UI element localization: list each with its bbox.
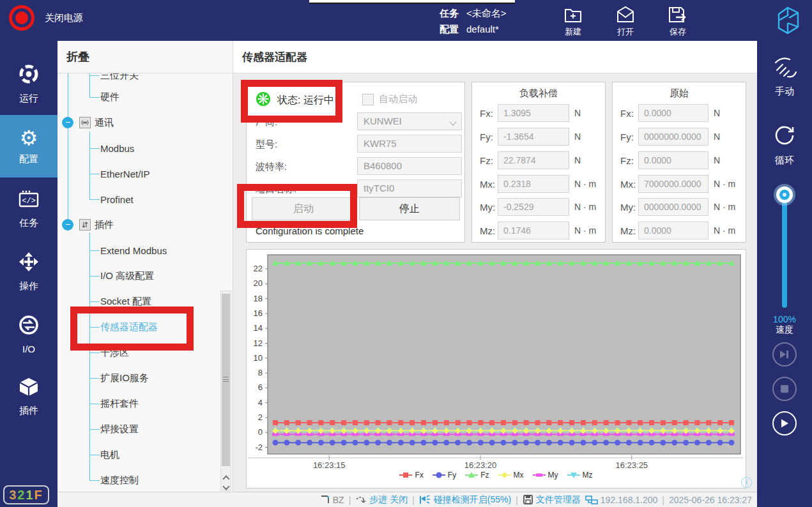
tree-item-ethernetip[interactable]: EtherNet/IP [57, 161, 217, 186]
vendor-select[interactable]: KUNWEI [357, 112, 462, 130]
step-next-button[interactable] [772, 342, 797, 367]
status-text: 状态: 运行中 [277, 94, 334, 107]
raw-fz-field[interactable]: 0.0000 [638, 151, 709, 169]
manual-mode-button[interactable]: 手动 [757, 56, 812, 98]
scrollbar-thumb[interactable] [222, 294, 230, 466]
svg-text:12: 12 [254, 338, 263, 348]
step-mode-indicator[interactable]: 步进 关闭 [355, 494, 408, 506]
svg-text:10: 10 [254, 353, 263, 363]
speed-slider[interactable] [782, 189, 787, 308]
raw-fy-field[interactable]: 0000000.0000 [638, 128, 709, 146]
info-icon[interactable]: i [741, 477, 752, 488]
port-field[interactable]: ttyTCI0 [357, 179, 462, 197]
power-button[interactable]: 关闭电源 [9, 5, 83, 31]
row-label: Fy: [480, 132, 493, 142]
nav-item-operate[interactable]: 操作 [0, 240, 57, 303]
tree-item-sensor-adapter[interactable]: 传感器适配器 [57, 314, 217, 340]
nav-item-task[interactable]: </> 任务 [0, 178, 57, 240]
nav-item-config[interactable]: ⚙ 配置 [0, 115, 57, 178]
legend-item-Mx[interactable]: Mx [498, 471, 524, 480]
tree-item-speed-control[interactable]: 速度控制 [57, 467, 217, 492]
tree-item-motor[interactable]: 电机 [57, 442, 217, 467]
new-button[interactable]: 新建 [559, 5, 587, 38]
scroll-down-icon[interactable] [222, 483, 229, 490]
save-button[interactable]: 保存 [664, 5, 692, 38]
tree-item-modbus[interactable]: Modbus [57, 135, 217, 161]
fz-value-field[interactable]: 22.7874 [498, 151, 569, 169]
unit-label: N · m [574, 225, 596, 236]
unit-label: N [574, 155, 581, 165]
collapse-minus-icon[interactable]: − [62, 219, 73, 231]
unit-label: N [714, 108, 720, 118]
row-label: Fx: [480, 108, 493, 119]
save-icon [667, 5, 689, 24]
tree-scrollbar[interactable] [220, 291, 231, 491]
legend-item-Fx[interactable]: Fx [399, 471, 423, 480]
save-label: 保存 [670, 26, 686, 38]
tree-node-plugin[interactable]: − 插件 [57, 212, 217, 238]
manual-label: 手动 [775, 86, 794, 98]
tree-item-welding[interactable]: 焊接设置 [57, 416, 217, 442]
svg-text:</>: </> [22, 197, 36, 206]
code-window-icon: </> [18, 189, 40, 212]
legend-item-Fy[interactable]: Fy [433, 471, 456, 480]
bz-indicator[interactable]: BZ [319, 494, 344, 505]
network-icon [585, 495, 598, 505]
tree-item-extend-io[interactable]: 扩展IO服务 [57, 365, 217, 391]
unit-label: N [574, 132, 581, 142]
tree-item-profinet[interactable]: Profinet [57, 186, 217, 212]
new-label: 新建 [565, 26, 581, 38]
legend-item-Fz[interactable]: Fz [465, 471, 489, 480]
baudrate-field[interactable]: B460800 [357, 157, 462, 175]
collision-detect-indicator[interactable]: 碰撞检测开启(55%) [419, 494, 511, 506]
raw-fx-field[interactable]: 0.0000 [638, 104, 709, 122]
hand-manual-icon [770, 56, 799, 82]
start-button[interactable]: 启动 [252, 197, 355, 220]
antenna-icon [79, 117, 91, 128]
model-field[interactable]: KWR75 [357, 135, 462, 153]
tree-item-joystick[interactable]: 摇杆套件 [57, 391, 217, 416]
scroll-up-icon[interactable] [222, 475, 229, 482]
tree-item-interference[interactable]: 干涉区 [57, 340, 217, 365]
open-label: 打开 [617, 26, 634, 38]
svg-text:-2: -2 [255, 443, 263, 452]
stop-button[interactable]: 停止 [359, 197, 460, 220]
nav-item-run[interactable]: 运行 [0, 52, 57, 115]
svg-text:6: 6 [258, 382, 263, 392]
nav-item-io[interactable]: I/O [0, 303, 57, 365]
brand-logo-icon [772, 5, 803, 38]
fy-value-field[interactable]: -1.3654 [498, 128, 569, 146]
network-address[interactable]: 192.168.1.200 [585, 495, 658, 505]
tree-collapse-header[interactable]: 折叠 [57, 41, 233, 73]
autostart-checkbox[interactable] [362, 94, 374, 105]
my-value-field[interactable]: -0.2529 [498, 198, 569, 216]
collapse-minus-icon[interactable]: − [62, 117, 73, 128]
unit-label: N [574, 108, 581, 118]
new-file-icon [563, 5, 583, 24]
raw-mx-field[interactable]: 7000000.0000 [638, 175, 709, 193]
svg-text:8: 8 [258, 368, 263, 377]
tree-item-extend-modbus[interactable]: Extend Modbus [57, 238, 217, 263]
open-button[interactable]: 打开 [611, 5, 640, 38]
file-manager-button[interactable]: 文件管理器 [523, 494, 581, 506]
fx-value-field[interactable]: 1.3095 [498, 104, 569, 122]
unit-label: N · m [714, 202, 735, 212]
legend-item-My[interactable]: My [533, 471, 558, 480]
legend-item-Mz[interactable]: Mz [567, 471, 593, 480]
raw-mz-field[interactable]: 0.0000 [638, 222, 709, 239]
mx-value-field[interactable]: 0.2318 [498, 175, 569, 193]
tree-node-comm[interactable]: − 通讯 [57, 110, 217, 135]
config-value[interactable]: default* [466, 21, 499, 37]
nav-item-plugin[interactable]: 插件 [0, 365, 57, 428]
tree-item-io-advanced[interactable]: I/O 高级配置 [57, 263, 217, 289]
stop-button-circle[interactable] [772, 377, 797, 401]
tree-item-hardware[interactable]: 硬件 [57, 84, 217, 110]
raw-my-field[interactable]: 0000000.0000 [638, 198, 709, 216]
speed-slider-thumb[interactable] [776, 186, 793, 203]
unit-label: N · m [714, 225, 735, 236]
loop-mode-button[interactable]: 循环 [757, 123, 812, 167]
mz-value-field[interactable]: 0.1746 [498, 222, 569, 239]
row-label: Fx: [620, 108, 634, 119]
tree-item-socket[interactable]: Socket 配置 [57, 289, 217, 314]
play-button[interactable] [772, 411, 797, 435]
